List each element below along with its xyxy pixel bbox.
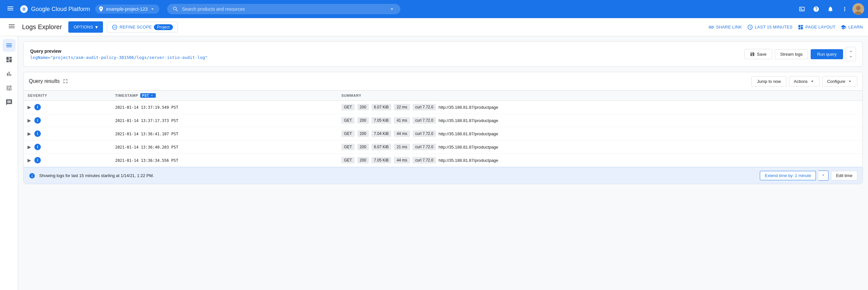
- gcp-logo-icon: [20, 4, 29, 13]
- agent-badge-2: curl 7.72.0: [413, 130, 436, 137]
- time-badge-3: 21 ms: [394, 144, 410, 150]
- footer-info-icon: [29, 172, 35, 179]
- save-icon: [750, 52, 755, 57]
- status-badge-1: 200: [357, 117, 369, 124]
- row-expand-2[interactable]: ▶: [28, 131, 31, 136]
- time-icon: [747, 24, 753, 30]
- terminal-button[interactable]: [796, 3, 808, 15]
- agent-badge-0: curl 7.72.0: [413, 104, 436, 110]
- time-badge-1: 41 ms: [394, 117, 410, 124]
- table-row: ▶ i 2021-01-14 13:37:19.549 PST GET 200 …: [24, 101, 863, 114]
- status-badge-3: 200: [357, 144, 369, 150]
- help-button[interactable]: [810, 3, 823, 15]
- summary-cell-4: GET 200 7.05 KiB 44 ms curl 7.72.0 http:…: [338, 154, 863, 167]
- refine-scope-button[interactable]: REFINE SCOPE Project: [107, 22, 178, 33]
- agent-badge-4: curl 7.72.0: [413, 157, 436, 163]
- url-text-0: http://35.188.81.87/productpage: [438, 105, 498, 110]
- timezone-badge[interactable]: PST: [140, 93, 156, 98]
- hamburger-menu[interactable]: [4, 2, 17, 17]
- method-badge-0: GET: [341, 104, 355, 110]
- run-query-button[interactable]: Run query: [811, 49, 843, 59]
- url-text-1: http://35.188.81.87/productpage: [438, 118, 498, 123]
- actions-chevron-icon: [810, 79, 815, 84]
- page-layout-button[interactable]: PAGE LAYOUT: [798, 24, 836, 30]
- sidebar-item-settings[interactable]: [3, 82, 16, 95]
- edit-time-button[interactable]: Edit time: [831, 171, 857, 180]
- layout-icon: [798, 24, 804, 30]
- time-badge-0: 22 ms: [394, 104, 410, 110]
- log-table: SEVERITY TIMESTAMP PST: [24, 91, 863, 167]
- size-badge-0: 6.07 KiB: [371, 104, 391, 110]
- summary-cell-0: GET 200 6.07 KiB 22 ms curl 7.72.0 http:…: [338, 101, 863, 114]
- main-layout: Query preview logName="projects/asm-audi…: [0, 36, 868, 290]
- extend-time-dropdown-button[interactable]: [818, 170, 829, 181]
- configure-button[interactable]: Configure: [822, 76, 857, 87]
- left-sidebar: [0, 36, 18, 290]
- app-title: Google Cloud Platform: [31, 6, 90, 12]
- results-card: Query results Jump to now Actions Config…: [23, 72, 863, 184]
- expand-query-button[interactable]: [846, 47, 856, 61]
- row-expand-0[interactable]: ▶: [28, 104, 31, 110]
- more-options-button[interactable]: [838, 3, 851, 15]
- notifications-button[interactable]: [824, 3, 837, 15]
- project-icon: [98, 6, 104, 12]
- options-button[interactable]: OPTIONS ▾: [68, 21, 103, 33]
- sidebar-item-charts[interactable]: [3, 67, 16, 80]
- toolbar-right-actions: SHARE LINK LAST 15 MINUTES PAGE LAYOUT L…: [708, 24, 863, 30]
- jump-to-now-button[interactable]: Jump to now: [751, 76, 786, 87]
- footer-text: Showing logs for last 15 minutes startin…: [39, 173, 154, 178]
- search-input[interactable]: [182, 6, 385, 12]
- sidebar-item-logs[interactable]: [3, 39, 16, 52]
- search-bar[interactable]: [167, 4, 400, 14]
- severity-cell-4: ▶ i: [24, 154, 111, 167]
- learn-icon: [840, 24, 846, 30]
- query-actions: Save Stream logs Run query: [744, 47, 856, 61]
- time-range-button[interactable]: LAST 15 MINUTES: [747, 24, 793, 30]
- project-dropdown-icon: [150, 6, 155, 12]
- agent-badge-1: curl 7.72.0: [413, 117, 436, 124]
- footer-actions: Extend time by: 1 minute Edit time: [760, 170, 857, 181]
- url-text-4: http://35.188.81.87/productpage: [438, 158, 498, 163]
- sidebar-toggle-button[interactable]: [5, 20, 18, 34]
- table-header-row: SEVERITY TIMESTAMP PST: [24, 91, 863, 101]
- page-toolbar: Logs Explorer OPTIONS ▾ REFINE SCOPE Pro…: [0, 18, 868, 36]
- method-badge-4: GET: [341, 157, 355, 163]
- learn-button[interactable]: LEARN: [840, 24, 863, 30]
- search-dropdown-icon: [389, 6, 395, 12]
- time-badge-2: 44 ms: [394, 130, 410, 137]
- row-expand-3[interactable]: ▶: [28, 144, 31, 150]
- share-link-button[interactable]: SHARE LINK: [708, 24, 742, 30]
- query-preview-value: logName="projects/asm-audit-policy-30150…: [30, 55, 740, 60]
- timestamp-cell-1: 2021-01-14 13:37:17.373 PST: [111, 114, 337, 127]
- sidebar-item-dashboard[interactable]: [3, 53, 16, 66]
- stream-logs-button[interactable]: Stream logs: [775, 49, 808, 59]
- timestamp-cell-4: 2021-01-14 13:36:34.556 PST: [111, 154, 337, 167]
- status-badge-2: 200: [357, 130, 369, 137]
- size-badge-2: 7.04 KiB: [371, 130, 391, 137]
- severity-icon-3: i: [34, 144, 41, 150]
- row-expand-1[interactable]: ▶: [28, 118, 31, 123]
- user-avatar[interactable]: [852, 3, 864, 15]
- severity-icon-0: i: [34, 104, 41, 110]
- extend-time-button[interactable]: Extend time by: 1 minute: [760, 171, 816, 180]
- project-badge: Project: [154, 24, 173, 30]
- actions-button[interactable]: Actions: [789, 76, 820, 87]
- severity-cell-0: ▶ i: [24, 101, 111, 114]
- query-preview-label: Query preview: [30, 49, 740, 54]
- fullscreen-icon[interactable]: [62, 78, 69, 85]
- sidebar-item-chat[interactable]: [3, 96, 16, 109]
- save-button[interactable]: Save: [744, 49, 772, 59]
- timestamp-cell-2: 2021-01-14 13:36:41.107 PST: [111, 127, 337, 140]
- row-expand-4[interactable]: ▶: [28, 158, 31, 163]
- query-preview-card: Query preview logName="projects/asm-audi…: [23, 41, 863, 67]
- size-badge-4: 7.05 KiB: [371, 157, 391, 163]
- expand-icon: [848, 49, 853, 54]
- method-badge-1: GET: [341, 117, 355, 124]
- summary-cell-3: GET 200 6.07 KiB 21 ms curl 7.72.0 http:…: [338, 140, 863, 154]
- table-row: ▶ i 2021-01-14 13:36:40.203 PST GET 200 …: [24, 140, 863, 154]
- th-summary: SUMMARY: [338, 91, 863, 101]
- url-text-3: http://35.188.81.87/productpage: [438, 145, 498, 150]
- search-icon: [172, 6, 179, 12]
- project-selector[interactable]: example-project-123: [95, 4, 159, 13]
- table-body: ▶ i 2021-01-14 13:37:19.549 PST GET 200 …: [24, 101, 863, 167]
